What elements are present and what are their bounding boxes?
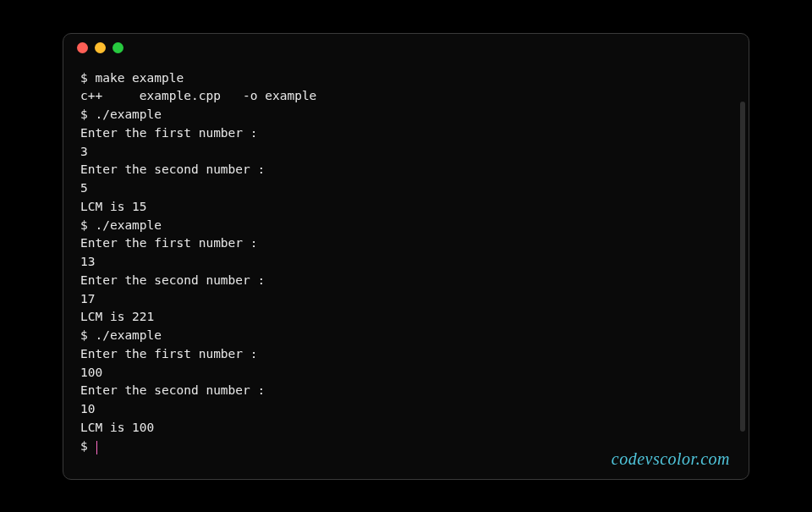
terminal-line: $ make example <box>80 71 184 85</box>
terminal-line: 13 <box>80 255 95 268</box>
close-icon[interactable] <box>77 42 88 53</box>
terminal-line: Enter the second number : <box>80 162 265 176</box>
terminal-line: Enter the first number : <box>80 236 258 250</box>
terminal-line: Enter the first number : <box>80 347 258 361</box>
terminal-line: Enter the second number : <box>80 383 265 397</box>
terminal-prompt: $ <box>80 439 95 453</box>
terminal-line: $ ./example <box>80 107 162 121</box>
terminal-line: 3 <box>80 145 88 158</box>
minimize-icon[interactable] <box>95 42 106 53</box>
terminal-line: 5 <box>80 181 88 195</box>
zoom-icon[interactable] <box>112 42 123 53</box>
terminal-line: $ ./example <box>80 218 162 232</box>
watermark-text: codevscolor.com <box>612 449 730 469</box>
terminal-line: Enter the second number : <box>80 273 265 287</box>
scrollbar[interactable] <box>740 102 745 432</box>
terminal-line: 100 <box>80 366 102 379</box>
terminal-line: 10 <box>80 402 95 416</box>
terminal-line: LCM is 221 <box>80 310 154 323</box>
terminal-line: LCM is 15 <box>80 200 147 213</box>
cursor-icon <box>96 441 97 454</box>
window-titlebar <box>63 34 749 63</box>
terminal-line: $ ./example <box>80 328 162 342</box>
terminal-window: $ make example c++ example.cpp -o exampl… <box>63 33 749 480</box>
terminal-line: 17 <box>80 292 95 306</box>
terminal-output[interactable]: $ make example c++ example.cpp -o exampl… <box>63 63 749 456</box>
terminal-line: LCM is 100 <box>80 421 154 434</box>
terminal-line: Enter the first number : <box>80 126 258 140</box>
terminal-line: c++ example.cpp -o example <box>80 89 316 102</box>
